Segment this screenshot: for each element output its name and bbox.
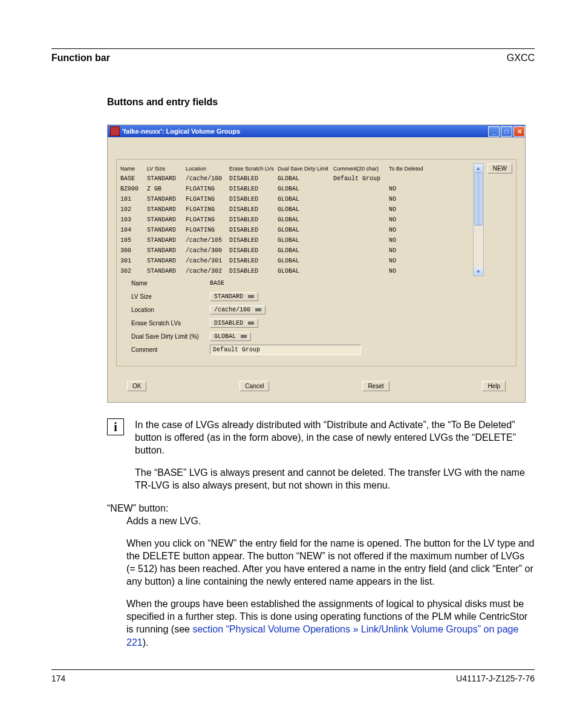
label-dual: Dual Save Dirty Limit (%) bbox=[120, 333, 210, 340]
cell-del: NO bbox=[389, 258, 426, 264]
info-para-1: In the case of LVGs already distributed … bbox=[135, 418, 535, 457]
location-dropdown[interactable]: /cache/100 bbox=[210, 305, 266, 314]
cell-del: NO bbox=[389, 216, 426, 223]
cell-del: NO bbox=[389, 268, 426, 275]
header-right: GXCC bbox=[507, 53, 535, 63]
cell-dual: GLOBAL bbox=[278, 268, 333, 275]
scroll-down-icon[interactable]: ▼ bbox=[474, 267, 483, 276]
app-icon bbox=[110, 126, 120, 136]
cell-erase: DISABLED bbox=[229, 258, 278, 264]
lvsize-dropdown[interactable]: STANDARD bbox=[210, 292, 258, 301]
cell-erase: DISABLED bbox=[229, 268, 278, 275]
ok-button[interactable]: OK bbox=[127, 381, 146, 391]
cell-loc: /cache/302 bbox=[186, 268, 229, 275]
help-button[interactable]: Help bbox=[482, 381, 506, 391]
col-delete: To Be Deleted bbox=[389, 166, 426, 172]
label-comment: Comment bbox=[120, 346, 210, 353]
location-value: /cache/100 bbox=[214, 307, 250, 313]
info-icon: i bbox=[107, 418, 124, 435]
cell-loc: /cache/105 bbox=[186, 237, 229, 244]
cell-name: 103 bbox=[120, 216, 147, 223]
window-titlebar[interactable]: 'falke-neuxx': Logical Volume Groups _ □… bbox=[108, 125, 525, 137]
label-erase: Erase Scratch LVs bbox=[120, 320, 210, 327]
cell-dual: GLOBAL bbox=[278, 216, 333, 223]
table-row[interactable]: 104STANDARDFLOATINGDISABLEDGLOBALNO bbox=[120, 225, 473, 235]
table-row[interactable]: 101STANDARDFLOATINGDISABLEDGLOBALNO bbox=[120, 194, 473, 204]
cell-name: BASE bbox=[120, 175, 147, 182]
cell-loc: /cache/300 bbox=[186, 247, 229, 254]
table-row[interactable]: 105STANDARD/cache/105DISABLEDGLOBALNO bbox=[120, 235, 473, 245]
cell-erase: DISABLED bbox=[229, 216, 278, 223]
new-button-label: “NEW” button: bbox=[107, 503, 168, 513]
dropdown-icon bbox=[248, 295, 254, 298]
cell-loc: FLOATING bbox=[186, 227, 229, 233]
label-name: Name bbox=[120, 280, 210, 287]
cell-dual: GLOBAL bbox=[278, 247, 333, 254]
cell-lvsize: STANDARD bbox=[147, 175, 186, 182]
erase-dropdown[interactable]: DISABLED bbox=[210, 319, 258, 328]
cell-lvsize: STANDARD bbox=[147, 247, 186, 254]
new-button[interactable]: NEW bbox=[487, 163, 512, 174]
maximize-button[interactable]: □ bbox=[501, 126, 512, 137]
label-lvsize: LV Size bbox=[120, 293, 210, 300]
cell-loc: FLOATING bbox=[186, 196, 229, 203]
dropdown-icon bbox=[241, 335, 247, 338]
screenshot-window: 'falke-neuxx': Logical Volume Groups _ □… bbox=[107, 125, 526, 403]
new-line-1: Adds a new LVG. bbox=[126, 515, 535, 527]
cell-lvsize: STANDARD bbox=[147, 196, 186, 203]
scroll-up-icon[interactable]: ▲ bbox=[474, 164, 483, 172]
cell-lvsize: STANDARD bbox=[147, 216, 186, 223]
cell-erase: DISABLED bbox=[229, 186, 278, 192]
table-row[interactable]: 103STANDARDFLOATINGDISABLEDGLOBALNO bbox=[120, 215, 473, 225]
dropdown-icon bbox=[255, 308, 261, 311]
cell-lvsize: STANDARD bbox=[147, 206, 186, 213]
cell-name: 301 bbox=[120, 258, 147, 264]
cancel-button[interactable]: Cancel bbox=[240, 381, 269, 391]
lvsize-value: STANDARD bbox=[214, 293, 243, 300]
cell-dual: GLOBAL bbox=[278, 175, 333, 182]
table-row[interactable]: 302STANDARD/cache/302DISABLEDGLOBALNO bbox=[120, 266, 473, 276]
cell-name: 300 bbox=[120, 247, 147, 254]
cell-dual: GLOBAL bbox=[278, 237, 333, 244]
cell-del: NO bbox=[389, 227, 426, 233]
reset-button[interactable]: Reset bbox=[362, 381, 389, 391]
cell-dual: GLOBAL bbox=[278, 186, 333, 192]
info-para-2: The “BASE” LVG is always present and can… bbox=[135, 466, 535, 492]
cell-name: 105 bbox=[120, 237, 147, 244]
close-button[interactable]: ✕ bbox=[513, 126, 525, 137]
cell-erase: DISABLED bbox=[229, 196, 278, 203]
window-title: 'falke-neuxx': Logical Volume Groups bbox=[122, 128, 240, 135]
cell-lvsize: STANDARD bbox=[147, 258, 186, 264]
cell-name: 101 bbox=[120, 196, 147, 203]
cell-del: NO bbox=[389, 186, 426, 192]
table-row[interactable]: 300STANDARD/cache/300DISABLEDGLOBALNO bbox=[120, 245, 473, 256]
cell-loc: FLOATING bbox=[186, 206, 229, 213]
cell-loc: /cache/301 bbox=[186, 258, 229, 264]
cell-dual: GLOBAL bbox=[278, 196, 333, 203]
table-row[interactable]: 102STANDARDFLOATINGDISABLEDGLOBALNO bbox=[120, 204, 473, 215]
cell-loc: /cache/100 bbox=[186, 175, 229, 182]
table-row[interactable]: BASESTANDARD/cache/100DISABLEDGLOBALDefa… bbox=[120, 174, 473, 184]
minimize-button[interactable]: _ bbox=[488, 126, 500, 137]
new-para-2: When you click on “NEW” the entry field … bbox=[126, 537, 535, 588]
cell-del: NO bbox=[389, 206, 426, 213]
cell-erase: DISABLED bbox=[229, 175, 278, 182]
table-header-row: Name LV Size Location Erase Scratch LVs … bbox=[120, 163, 473, 174]
value-name: BASE bbox=[210, 280, 224, 287]
col-dual: Dual Save Dirty Limit bbox=[278, 166, 333, 172]
cell-loc: FLOATING bbox=[186, 216, 229, 223]
cell-loc: FLOATING bbox=[186, 186, 229, 192]
cell-name: BZ000 bbox=[120, 186, 147, 192]
scroll-thumb[interactable] bbox=[474, 172, 483, 226]
header-left: Function bar bbox=[51, 53, 110, 63]
table-row[interactable]: 301STANDARD/cache/301DISABLEDGLOBALNO bbox=[120, 256, 473, 266]
col-name: Name bbox=[120, 166, 147, 172]
dropdown-icon bbox=[248, 322, 254, 325]
cell-lvsize: STANDARD bbox=[147, 268, 186, 275]
cell-dual: GLOBAL bbox=[278, 206, 333, 213]
dual-dropdown[interactable]: GLOBAL bbox=[210, 332, 251, 341]
comment-input[interactable]: Default Group bbox=[210, 345, 361, 355]
cell-del: NO bbox=[389, 247, 426, 254]
scrollbar[interactable]: ▲ ▼ bbox=[473, 163, 484, 276]
table-row[interactable]: BZ000Z GBFLOATINGDISABLEDGLOBALNO bbox=[120, 184, 473, 194]
